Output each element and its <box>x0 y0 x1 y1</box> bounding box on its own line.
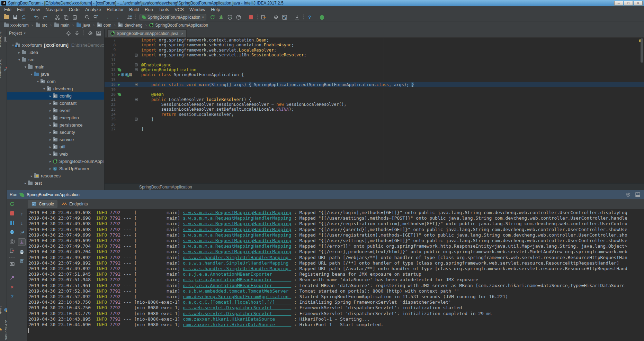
breadcrumb-item-src[interactable]: src <box>35 23 48 28</box>
code-line-21[interactable]: 21− public LocaleResolver localeResolver… <box>105 97 644 102</box>
replace-button[interactable] <box>91 13 100 21</box>
breadcrumb-item-main[interactable]: main <box>54 23 70 28</box>
tree-row-devcheng[interactable]: ▾devcheng <box>7 85 104 92</box>
hierarchy-button[interactable] <box>125 13 134 21</box>
fold-expand-icon[interactable]: + <box>135 83 138 86</box>
chevron-collapsed-icon[interactable]: ▸ <box>29 174 34 178</box>
copy-button[interactable] <box>62 13 70 21</box>
tab-console[interactable]: Console <box>28 200 57 208</box>
hide-button[interactable] <box>95 30 102 37</box>
tree-row-java[interactable]: ▾java <box>7 71 104 78</box>
chevron-collapsed-icon[interactable]: ▸ <box>48 138 53 141</box>
tree-row-exception[interactable]: ▸exception <box>7 114 104 121</box>
stop-button[interactable] <box>8 210 16 217</box>
class-leaf-icon[interactable]: C <box>125 73 128 76</box>
menu-build[interactable]: Build <box>126 6 142 13</box>
code-line-16[interactable]: 16+ public static void main(String[] arg… <box>105 82 644 87</box>
menu-analyze[interactable]: Analyze <box>82 6 104 13</box>
run-tri-icon[interactable] <box>118 73 120 76</box>
editor-breadcrumb-bottom[interactable]: SpringBootForumApplication <box>105 183 644 190</box>
chevron-expanded-icon[interactable]: ▾ <box>42 87 47 91</box>
structure-button[interactable] <box>280 13 289 21</box>
profiler-button[interactable] <box>234 13 243 21</box>
tree-row-resources[interactable]: ▸resources <box>7 172 104 179</box>
code-area[interactable]: 7import org.springframework.context.anno… <box>105 38 644 132</box>
cut-button[interactable] <box>53 13 62 21</box>
chevron-collapsed-icon[interactable]: ▸ <box>48 152 53 156</box>
help-button[interactable]: ? <box>305 13 314 21</box>
fold-collapse-icon[interactable]: − <box>135 98 138 101</box>
menu-run[interactable]: Run <box>142 6 156 13</box>
arrow-up-button[interactable]: ↑ <box>18 210 26 217</box>
run-panel-header[interactable]: Run SpringBootForumApplication <box>7 190 644 199</box>
locate-button[interactable] <box>65 30 72 37</box>
menu-navigate[interactable]: Navigate <box>43 6 66 13</box>
tree-row-constant[interactable]: ▸constant <box>7 100 104 107</box>
softwrap-button[interactable] <box>18 229 26 236</box>
editor-tab[interactable]: SpringBootForumApplication.java × <box>107 29 187 37</box>
editor-scrollbar[interactable] <box>640 38 644 183</box>
fold-collapse-icon[interactable]: − <box>135 54 138 57</box>
tree-row-config[interactable]: ▸config <box>7 92 104 100</box>
close-tab-icon[interactable]: × <box>181 31 183 36</box>
rerun-button[interactable] <box>8 201 16 208</box>
tree-row-main[interactable]: ▾main <box>7 63 104 71</box>
tree-row-.idea[interactable]: ▸.idea <box>7 49 104 56</box>
fold-collapse-icon[interactable]: − <box>135 118 138 121</box>
bean-icon[interactable] <box>118 93 121 96</box>
find-button[interactable] <box>83 13 91 21</box>
tree-row-xxx-forum[interactable]: ▾xxx-forum[xxxForum]E:\bisheDemo\xxx-for… <box>7 42 104 49</box>
editor[interactable]: SpringBootForumApplication.java × 7impor… <box>105 29 644 190</box>
tree-row-com[interactable]: ▾com <box>7 78 104 85</box>
menu-help[interactable]: Help <box>208 6 223 13</box>
code-line-14[interactable]: 14CCpublic class SpringBootForumApplicat… <box>105 72 644 77</box>
arrow-down-button[interactable]: ↓ <box>18 220 26 227</box>
code-line-12[interactable]: 12−@EnableAsync <box>105 62 644 67</box>
pin-button[interactable] <box>8 274 16 281</box>
pause-button[interactable] <box>8 219 16 226</box>
camera-button[interactable] <box>8 238 16 245</box>
fold-collapse-icon[interactable]: − <box>135 63 138 66</box>
menu-tools[interactable]: Tools <box>156 6 172 13</box>
coverage-button[interactable] <box>226 13 234 21</box>
run-configuration-combo[interactable]: SpringBootForumApplication▾ <box>140 14 206 20</box>
tree-row-springbootforumapplication[interactable]: ▸SpringBootForumApplication <box>7 158 104 165</box>
chevron-collapsed-icon[interactable]: ▸ <box>48 159 53 163</box>
chevron-expanded-icon[interactable]: ▾ <box>17 58 22 62</box>
chevron-expanded-icon[interactable]: ▾ <box>29 72 34 76</box>
breadcrumb-item-xxx-forum[interactable]: xxx-forum <box>3 23 29 28</box>
menu-window[interactable]: Window <box>187 6 208 13</box>
chevron-collapsed-icon[interactable]: ▸ <box>23 181 28 185</box>
menu-code[interactable]: Code <box>66 6 82 13</box>
chevron-collapsed-icon[interactable]: ▸ <box>48 109 53 112</box>
hide-button[interactable] <box>634 191 641 198</box>
close-button[interactable]: × <box>634 1 643 6</box>
tree-row-persistence[interactable]: ▸persistence <box>7 121 104 129</box>
code-line-9[interactable]: 9import org.springframework.web.servlet.… <box>105 48 644 53</box>
breadcrumb-item-com[interactable]: com <box>97 23 112 28</box>
menu-edit[interactable]: Edit <box>14 6 27 13</box>
undo-button[interactable] <box>32 13 41 21</box>
menu-view[interactable]: View <box>27 6 43 13</box>
scroll-end-button[interactable] <box>18 238 26 246</box>
maximize-button[interactable]: □ <box>624 1 633 6</box>
bean-icon[interactable] <box>118 68 121 72</box>
settings-button[interactable] <box>272 13 280 21</box>
menu-refactor[interactable]: Refactor <box>104 6 126 13</box>
forward-button[interactable]: → <box>113 13 121 21</box>
console-output[interactable]: 2019-04-30 23:07:49.698 INFO 7792 --- [ … <box>27 209 644 341</box>
class-circle-icon[interactable]: C <box>121 73 124 76</box>
code-line-23[interactable]: 23 sessionLocaleResolver.setDefaultLocal… <box>105 107 644 112</box>
tree-row-service[interactable]: ▸service <box>7 136 104 143</box>
code-line-22[interactable]: 22 SessionLocaleResolver sessionLocaleRe… <box>105 102 644 107</box>
chevron-collapsed-icon[interactable]: ▸ <box>48 123 53 127</box>
code-line-20[interactable]: 20 @Bean <box>105 92 644 97</box>
rerun-button[interactable] <box>208 13 217 21</box>
chevron-collapsed-icon[interactable]: ▸ <box>48 130 53 134</box>
trash-button[interactable] <box>18 258 26 265</box>
chevron-collapsed-icon[interactable]: ▸ <box>48 167 53 170</box>
code-line-13[interactable]: 13−@SpringBootApplication <box>105 67 644 72</box>
settings-button[interactable] <box>625 191 632 198</box>
exit-button[interactable] <box>259 13 268 21</box>
code-line-10[interactable]: 10−import org.springframework.web.servle… <box>105 53 644 57</box>
